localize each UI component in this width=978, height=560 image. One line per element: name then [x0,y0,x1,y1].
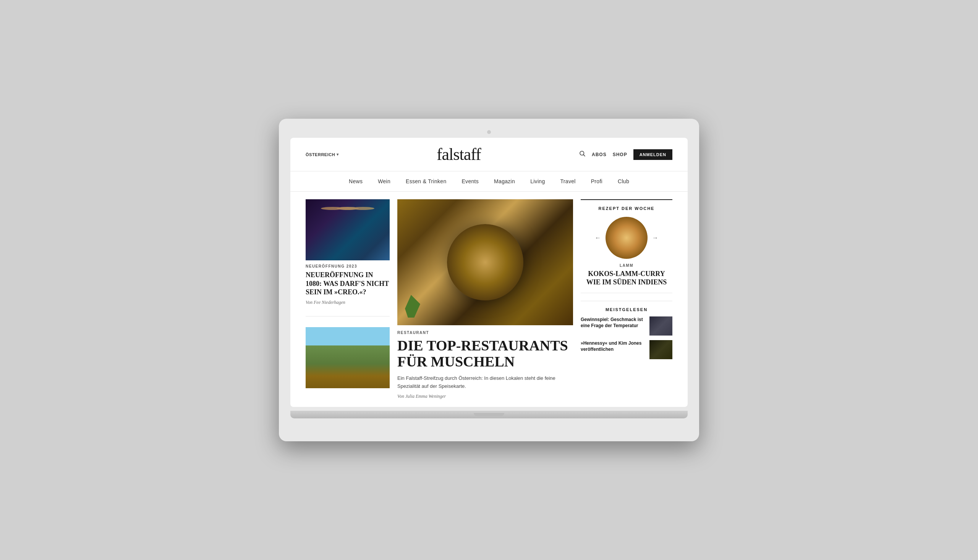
rezept-der-woche-section: REZEPT DER WOCHE ← → LAMM KOKOS-LAMM-CUR… [581,199,672,293]
nav-item-club[interactable]: Club [618,178,629,184]
article-image-vineyard [306,327,390,388]
svg-line-1 [583,155,585,157]
right-column: REZEPT DER WOCHE ← → LAMM KOKOS-LAMM-CUR… [581,199,672,399]
nav-item-essen[interactable]: Essen & Trinken [406,178,446,184]
rezept-image[interactable] [605,217,647,259]
search-icon[interactable] [579,150,586,159]
rezept-carousel: ← → [581,217,672,259]
rezept-title[interactable]: KOKOS-LAMM-CURRY WIE IM SÜDEN INDIENS [581,270,672,286]
meistgelesen-thumb-2 [649,340,672,359]
article-card-1[interactable]: NEUERÖFFNUNG 2023 NEUERÖFFNUNG IN 1080: … [306,199,390,305]
article-author-1: Von Fee Niederhagen [306,300,390,305]
rezept-section-title: REZEPT DER WOCHE [581,206,672,211]
site-logo[interactable]: falstaff [339,145,579,164]
article-title-1: NEUERÖFFNUNG IN 1080: WAS DARF'S NICHT S… [306,271,390,297]
meistgelesen-section: MEISTGELESEN Gewinnspiel: Geschmack ist … [581,301,672,364]
nav-item-living[interactable]: Living [530,178,545,184]
meistgelesen-text-2: »Hennessy« und Kim Jones veröffentlichen [581,340,645,353]
laptop-notch [474,413,504,416]
shop-link[interactable]: SHOP [613,152,627,157]
article-tag-1: NEUERÖFFNUNG 2023 [306,264,390,268]
meistgelesen-item-1[interactable]: Gewinnspiel: Geschmack ist eine Frage de… [581,317,672,335]
abos-link[interactable]: ABOS [592,152,607,157]
anmelden-button[interactable]: ANMELDEN [634,149,672,160]
main-article-title[interactable]: DIE TOP-RESTAURANTS FÜR MUSCHELN [397,338,573,370]
laptop-camera [487,130,491,134]
divider [306,316,390,317]
article-card-2[interactable] [306,327,390,388]
main-content: NEUERÖFFNUNG 2023 NEUERÖFFNUNG IN 1080: … [290,192,688,407]
main-article-author: Von Julia Emma Weninger [397,393,573,399]
nav-item-events[interactable]: Events [461,178,479,184]
article-image-restaurant [306,199,390,260]
carousel-prev-button[interactable]: ← [593,233,602,242]
main-article-image[interactable] [397,199,573,325]
left-column: NEUERÖFFNUNG 2023 NEUERÖFFNUNG IN 1080: … [306,199,390,399]
center-column: RESTAURANT DIE TOP-RESTAURANTS FÜR MUSCH… [397,199,573,399]
header: ÖSTERREICH ▾ falstaff ABOS SHOP ANMELDEN [290,138,688,172]
laptop-bottom [290,411,688,418]
main-navigation: News Wein Essen & Trinken Events Magazin… [290,172,688,192]
nav-item-profi[interactable]: Profi [591,178,602,184]
laptop-frame: ÖSTERREICH ▾ falstaff ABOS SHOP ANMELDEN… [279,119,699,441]
laptop-screen: ÖSTERREICH ▾ falstaff ABOS SHOP ANMELDEN… [290,138,688,407]
nav-item-wein[interactable]: Wein [378,178,390,184]
meistgelesen-thumb-1 [649,317,672,335]
nav-item-travel[interactable]: Travel [560,178,576,184]
main-article-description: Ein Falstaff-Streifzug durch Österreich:… [397,375,573,390]
region-label: ÖSTERREICH [306,152,335,157]
meistgelesen-text-1: Gewinnspiel: Geschmack ist eine Frage de… [581,317,645,330]
svg-point-0 [580,151,584,155]
region-selector[interactable]: ÖSTERREICH ▾ [306,152,339,157]
rezept-tag: LAMM [581,263,672,268]
meistgelesen-item-2[interactable]: »Hennessy« und Kim Jones veröffentlichen [581,340,672,359]
nav-item-news[interactable]: News [349,178,363,184]
main-article-tag: RESTAURANT [397,331,573,335]
carousel-next-button[interactable]: → [650,233,660,242]
meistgelesen-section-title: MEISTGELESEN [581,307,672,312]
nav-item-magazin[interactable]: Magazin [494,178,515,184]
header-actions: ABOS SHOP ANMELDEN [579,149,672,160]
